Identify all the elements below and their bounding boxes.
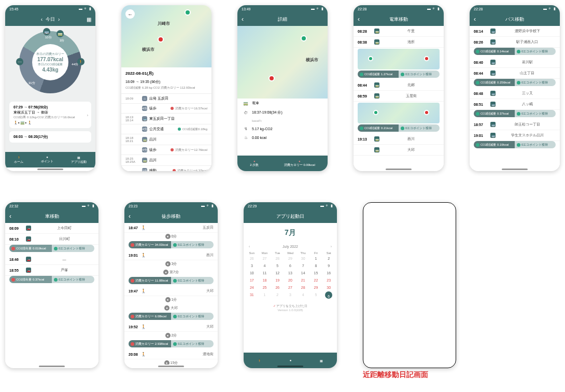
stop-row[interactable]: 18:57🚌師王松コー丁目 bbox=[470, 119, 560, 130]
stop-row[interactable]: 18:46🚗― bbox=[5, 254, 98, 265]
timeline-row: 4分 公共交通 CO2削減量0.18kg bbox=[121, 124, 211, 134]
cal-day[interactable]: 29 bbox=[284, 255, 296, 262]
cal-day[interactable]: 20 bbox=[284, 277, 296, 284]
stop-row[interactable]: 🚃大邱 bbox=[354, 145, 444, 156]
stop-row[interactable]: 08:51🚌八ッ嶋 bbox=[470, 99, 560, 110]
cal-day[interactable]: 17 bbox=[246, 277, 258, 284]
cal-day[interactable]: 24 bbox=[246, 284, 258, 291]
header: ‹ 詳細 bbox=[237, 12, 328, 26]
cal-day[interactable]: 10 bbox=[246, 270, 258, 276]
cal-day[interactable]: 26 bbox=[271, 284, 284, 291]
home-indicator bbox=[386, 169, 412, 170]
next-month-button[interactable]: › bbox=[328, 245, 335, 248]
stop-row[interactable]: 08:26🚌駅子浦西入口 bbox=[470, 37, 560, 48]
cal-day[interactable]: 21 bbox=[297, 277, 309, 284]
stop-row[interactable]: 08:44🚌山王丁目 bbox=[470, 68, 560, 79]
trip-card-2[interactable]: 08:03 → 08:20(17分) bbox=[9, 131, 91, 143]
cal-day[interactable]: 26 bbox=[246, 255, 258, 262]
cal-day[interactable]: 1 bbox=[259, 291, 271, 299]
walk-row[interactable]: 18:47🚶五反田 bbox=[124, 223, 218, 233]
tab-launch[interactable]: ▦アプリ起動 bbox=[71, 156, 87, 164]
walk-icon: 🚶• bbox=[13, 121, 19, 125]
time-range: 18:09 → 19:35 (86分) bbox=[121, 79, 211, 85]
tab-mid[interactable]: ● bbox=[290, 359, 292, 362]
walk-icon: 🚶 bbox=[27, 121, 32, 125]
cal-day[interactable]: 9 bbox=[322, 262, 335, 269]
title: 詳細 bbox=[278, 16, 287, 23]
back-button[interactable]: ← bbox=[125, 9, 135, 19]
stop-row[interactable]: 08:48🚌三ッ又 bbox=[470, 88, 560, 99]
walk-row[interactable]: 19:47🚶大邱 bbox=[124, 286, 218, 296]
cal-day[interactable]: 13 bbox=[284, 270, 296, 276]
cal-day[interactable]: 1 bbox=[310, 255, 322, 262]
cal-day[interactable]: 23 bbox=[322, 277, 335, 284]
cal-day[interactable]: 28 bbox=[271, 255, 284, 262]
cal-day[interactable]: 6 bbox=[325, 291, 332, 299]
cal-day[interactable]: 31 bbox=[246, 291, 258, 299]
tab-points[interactable]: ●ポイント bbox=[41, 156, 53, 164]
next-day-button[interactable]: › bbox=[58, 17, 60, 22]
cal-day[interactable]: 11 bbox=[259, 270, 271, 276]
stop-row[interactable]: 08:38🚃池所 bbox=[354, 37, 444, 48]
walk-row[interactable]: 20:08🚶濃地街 bbox=[124, 349, 218, 359]
back-button[interactable]: ‹ bbox=[242, 16, 244, 23]
cal-day[interactable]: 3 bbox=[246, 262, 258, 269]
cal-day[interactable]: 7 bbox=[297, 262, 309, 269]
cal-day[interactable]: 8 bbox=[310, 262, 322, 269]
cal-day[interactable]: 2 bbox=[271, 291, 284, 299]
stop-row[interactable]: 08:28🚃午里 bbox=[354, 26, 444, 37]
cal-day[interactable]: 2 bbox=[322, 255, 335, 262]
cal-day[interactable]: 16 bbox=[322, 270, 335, 276]
cal-day[interactable]: 4 bbox=[297, 291, 309, 299]
cal-day[interactable]: 5 bbox=[310, 291, 322, 299]
stop-row[interactable]: 08:14🚌濃野浜中学校下 bbox=[470, 26, 560, 37]
stop-row[interactable]: 18:55🚗戸塚 bbox=[5, 265, 98, 276]
cal-day[interactable]: 12 bbox=[271, 270, 284, 276]
stop-row[interactable]: 08:40🚌岩川駅 bbox=[470, 57, 560, 68]
back-button[interactable]: ‹ bbox=[129, 213, 131, 220]
timeline-row: 4分 徒歩 消費カロリー12.76kcal bbox=[121, 145, 211, 155]
cal-day[interactable]: 30 bbox=[322, 284, 335, 291]
map[interactable]: ← 川崎市 横浜市 bbox=[121, 5, 211, 67]
trip-card[interactable]: 07:29 → 07:58(28分) 東横浜五丁目 → 御茶 CO2効果 0.1… bbox=[9, 102, 91, 128]
cal-day[interactable]: 4 bbox=[259, 262, 271, 269]
cal-day[interactable]: 27 bbox=[284, 284, 296, 291]
cal-day[interactable]: 28 bbox=[297, 284, 309, 291]
cal-day[interactable]: 15 bbox=[310, 270, 322, 276]
walk-row[interactable]: 19:52🚶大邱 bbox=[124, 322, 218, 332]
cal-day[interactable]: 30 bbox=[297, 255, 309, 262]
stop-row[interactable]: 08:44🚃北郷 bbox=[354, 80, 444, 91]
back-button[interactable]: ‹ bbox=[474, 16, 476, 23]
prev-day-button[interactable]: ‹ bbox=[41, 17, 43, 22]
tab-cal[interactable]: ▦ bbox=[320, 359, 323, 362]
center-val2: 4.43kg bbox=[42, 67, 58, 73]
prev-month-button[interactable]: ‹ bbox=[246, 245, 253, 248]
back-button[interactable]: ‹ bbox=[358, 16, 360, 23]
tab-home[interactable]: 🚶 bbox=[258, 359, 261, 362]
cal-day[interactable]: 27 bbox=[259, 255, 271, 262]
map[interactable]: 横浜市 bbox=[237, 26, 328, 99]
cal-day[interactable]: 19 bbox=[271, 277, 284, 284]
cal-day[interactable]: 29 bbox=[310, 284, 322, 291]
cal-day[interactable]: 18 bbox=[259, 277, 271, 284]
cal-day[interactable]: 3 bbox=[284, 291, 296, 299]
footer: ●2 歩数 ●消費カロリー 0.00kcal bbox=[237, 156, 328, 171]
map-strip bbox=[358, 49, 440, 69]
cal-day[interactable]: 6 bbox=[284, 262, 296, 269]
stop-row[interactable]: 08:09🚗上今田町 bbox=[5, 223, 98, 234]
car-body: 08:09🚗上今田町08:10🚗日川町 CO2排出量 0.019kcal 0エコ… bbox=[5, 223, 98, 365]
stop-row[interactable]: 08:59🚃玉屋街 bbox=[354, 91, 444, 102]
stop-row[interactable]: 19:13🚃西川 bbox=[354, 134, 444, 145]
tab-home[interactable]: 🚶ホーム bbox=[14, 156, 23, 164]
back-button[interactable]: ‹ bbox=[9, 213, 11, 220]
bus-body: 08:14🚌濃野浜中学校下08:26🚌駅子浦西入口 CO2削減量 0.14kca… bbox=[470, 26, 560, 167]
stop-row[interactable]: 19:01🚌学生文スホテル品川 bbox=[470, 130, 560, 141]
cal-day[interactable]: 5 bbox=[271, 262, 284, 269]
map-pin-end bbox=[158, 36, 164, 43]
stop-row[interactable]: 08:10🚗日川町 bbox=[5, 234, 98, 245]
calendar-icon[interactable]: ▦ bbox=[87, 17, 91, 22]
walk-row[interactable]: 19:01🚶西川 bbox=[124, 250, 218, 260]
cal-day[interactable]: 22 bbox=[310, 277, 322, 284]
cal-day[interactable]: 25 bbox=[259, 284, 271, 291]
cal-day[interactable]: 14 bbox=[297, 270, 309, 276]
